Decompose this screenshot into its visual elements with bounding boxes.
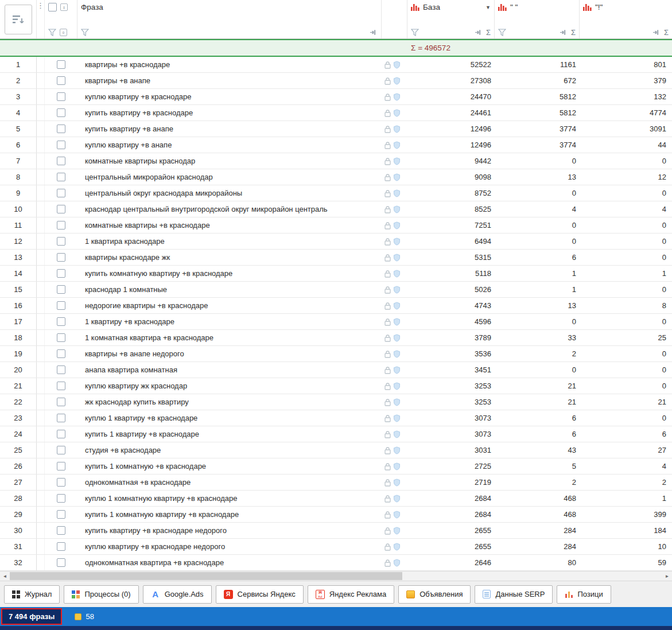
phrase-filter-icon[interactable] [81, 29, 89, 36]
table-row[interactable]: 31 куплю квартиру +в краснодаре недорого… [0, 539, 672, 555]
shield-icon[interactable] [393, 543, 401, 551]
lock-icon[interactable] [384, 125, 391, 133]
tab-yandex-direct[interactable]: Яндекс Реклама [308, 585, 394, 604]
lock-icon[interactable] [384, 350, 391, 358]
pin-icon[interactable] [560, 29, 568, 36]
shield-icon[interactable] [393, 527, 401, 535]
column-options-handle[interactable]: ⋮ [37, 0, 45, 38]
lock-icon[interactable] [384, 93, 391, 101]
shield-icon[interactable] [393, 318, 401, 326]
header-phrase-cell[interactable]: Фраза [77, 0, 382, 38]
shield-icon[interactable] [393, 61, 401, 69]
row-checkbox[interactable] [57, 189, 65, 197]
row-checkbox[interactable] [57, 237, 65, 246]
shield-icon[interactable] [393, 77, 401, 85]
shield-icon[interactable] [393, 141, 401, 149]
lock-icon[interactable] [384, 479, 391, 487]
lock-icon[interactable] [384, 511, 391, 519]
lock-icon[interactable] [384, 430, 391, 438]
lock-icon[interactable] [384, 157, 391, 165]
row-checkbox[interactable] [57, 365, 65, 374]
row-checkbox[interactable] [57, 333, 65, 342]
sum-sigma-icon[interactable]: Σ [571, 29, 576, 36]
table-row[interactable]: 5 купить квартиру +в анапе 12496 3774 30… [0, 121, 672, 137]
tab-journal[interactable]: Журнал [4, 585, 60, 604]
table-row[interactable]: 4 купить квартиру +в краснодаре 24461 58… [0, 105, 672, 121]
header-exact-cell[interactable]: "!" Σ [580, 0, 672, 38]
shield-icon[interactable] [393, 366, 401, 374]
shield-icon[interactable] [393, 382, 401, 390]
row-checkbox[interactable] [57, 285, 65, 294]
table-row[interactable]: 8 центральный микрорайон краснодар 9098 … [0, 169, 672, 185]
shield-icon[interactable] [393, 462, 401, 470]
table-row[interactable]: 3 куплю квартиру +в краснодаре 24470 581… [0, 89, 672, 105]
sort-caret-icon[interactable]: ▼ [485, 5, 491, 10]
table-row[interactable]: 25 студия +в краснодаре 3031 43 27 [0, 442, 672, 458]
table-row[interactable]: 20 анапа квартира комнатная 3451 0 0 [0, 362, 672, 378]
table-row[interactable]: 10 краснодар центральный внутригородской… [0, 201, 672, 217]
lock-icon[interactable] [384, 334, 391, 342]
shield-icon[interactable] [393, 430, 401, 438]
shield-icon[interactable] [393, 479, 401, 487]
row-checkbox[interactable] [57, 125, 65, 133]
table-row[interactable]: 16 недорогие квартиры +в краснодаре 4743… [0, 298, 672, 314]
table-row[interactable]: 14 купить комнатную квартиру +в краснода… [0, 266, 672, 282]
lock-icon[interactable] [384, 398, 391, 406]
shield-icon[interactable] [393, 125, 401, 133]
shield-icon[interactable] [393, 270, 401, 278]
row-checkbox[interactable] [57, 221, 65, 230]
table-row[interactable]: 2 квартиры +в анапе 27308 672 379 [0, 73, 672, 89]
shield-icon[interactable] [393, 189, 401, 197]
tab-positions[interactable]: Позици [557, 585, 611, 604]
lock-icon[interactable] [384, 527, 391, 535]
row-checkbox[interactable] [57, 542, 65, 551]
shield-icon[interactable] [393, 157, 401, 165]
row-checkbox[interactable] [57, 76, 65, 85]
lock-icon[interactable] [384, 318, 391, 326]
shield-icon[interactable] [393, 286, 401, 294]
row-checkbox[interactable] [57, 382, 65, 390]
lock-icon[interactable] [384, 286, 391, 294]
selection-mode-icon[interactable]: || [60, 3, 68, 11]
lock-icon[interactable] [384, 205, 391, 213]
scrollbar-thumb[interactable] [10, 572, 402, 580]
table-row[interactable]: 23 куплю 1 квартиру +в краснодаре 3073 6… [0, 410, 672, 426]
row-checkbox[interactable] [57, 446, 65, 454]
row-checkbox[interactable] [57, 301, 65, 310]
shield-icon[interactable] [393, 446, 401, 454]
row-checkbox[interactable] [57, 92, 65, 101]
shield-icon[interactable] [393, 205, 401, 213]
zero-filter-icon[interactable]: 0 [60, 29, 67, 36]
table-row[interactable]: 17 1 квартиру +в краснодаре 4596 0 0 [0, 314, 672, 330]
row-checkbox[interactable] [57, 478, 65, 487]
table-row[interactable]: 6 куплю квартиру +в анапе 12496 3774 44 [0, 137, 672, 153]
tab-processes[interactable]: Процессы (0) [64, 585, 138, 604]
tab-yandex-services[interactable]: Сервисы Яндекс [216, 585, 304, 604]
table-row[interactable]: 9 центральный округ краснодара микрорайо… [0, 185, 672, 201]
sum-sigma-icon[interactable]: Σ [486, 29, 491, 36]
lock-icon[interactable] [384, 559, 391, 567]
shield-icon[interactable] [393, 414, 401, 422]
pin-icon[interactable] [652, 29, 661, 36]
row-checkbox[interactable] [57, 269, 65, 278]
lock-icon[interactable] [384, 141, 391, 149]
base-filter-icon[interactable] [411, 29, 419, 36]
row-checkbox[interactable] [57, 253, 65, 262]
row-checkbox[interactable] [57, 430, 65, 438]
scroll-right-arrow[interactable]: ► [662, 571, 672, 581]
shield-icon[interactable] [393, 93, 401, 101]
table-row[interactable]: 32 однокомнатная квартира +в краснодаре … [0, 555, 672, 571]
horizontal-scrollbar[interactable]: ◄ ► [0, 571, 672, 581]
sum-sigma-icon[interactable]: Σ [664, 29, 669, 36]
table-row[interactable]: 30 купить квартиру +в краснодаре недорог… [0, 523, 672, 539]
shield-icon[interactable] [393, 495, 401, 503]
lock-icon[interactable] [384, 109, 391, 117]
select-all-checkbox[interactable] [48, 3, 57, 11]
table-row[interactable]: 22 жк краснодар купить квартиру 3253 21 … [0, 394, 672, 410]
header-quoted-cell[interactable]: " " Σ [495, 0, 580, 38]
row-checkbox[interactable] [57, 108, 65, 117]
shield-icon[interactable] [393, 302, 401, 310]
row-checkbox[interactable] [57, 173, 65, 181]
pin-icon[interactable] [370, 29, 378, 36]
tab-serp-data[interactable]: Данные SERP [475, 585, 553, 604]
